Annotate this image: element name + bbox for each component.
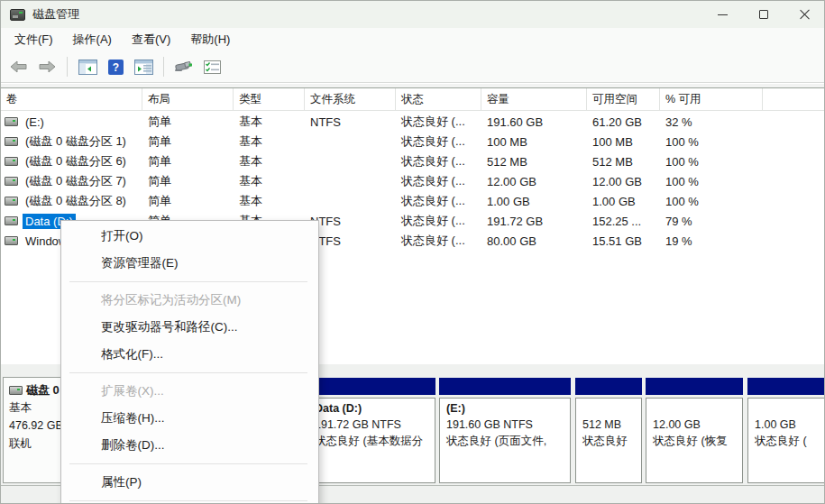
context-menu-item-8[interactable]: 压缩卷(H)... bbox=[61, 405, 318, 432]
partition-bar bbox=[439, 378, 571, 395]
column-header-name[interactable]: 卷 bbox=[1, 88, 142, 111]
table-row[interactable]: (E:)简单基本NTFS状态良好 (...191.60 GB61.20 GB32… bbox=[1, 112, 825, 132]
minimize-button[interactable] bbox=[701, 1, 743, 28]
context-menu-item-9[interactable]: 删除卷(D)... bbox=[61, 432, 318, 459]
window-controls bbox=[701, 1, 825, 28]
partition-block[interactable]: 1.00 GB状态良好 ( bbox=[747, 398, 825, 483]
cell-status: 状态良好 (... bbox=[396, 171, 481, 191]
cell-free: 512 MB bbox=[587, 151, 660, 171]
toolbar-separator bbox=[163, 57, 164, 77]
partition-block[interactable]: 12.00 GB状态良好 (恢复 bbox=[646, 398, 743, 483]
menubar-item-3[interactable]: 帮助(H) bbox=[180, 28, 240, 51]
context-menu-item-3: 将分区标记为活动分区(M) bbox=[61, 287, 318, 314]
table-row[interactable]: (磁盘 0 磁盘分区 7)简单基本状态良好 (...12.00 GB12.00 … bbox=[1, 171, 825, 191]
cell-type: 基本 bbox=[234, 191, 305, 211]
cell-capacity: 12.00 GB bbox=[481, 171, 587, 191]
volume-name-cell: (E:) bbox=[1, 112, 142, 132]
cell-pct: 100 % bbox=[660, 171, 763, 191]
cell-free: 100 MB bbox=[587, 132, 660, 151]
cell-capacity: 100 MB bbox=[481, 132, 587, 151]
cell-capacity: 80.00 GB bbox=[481, 231, 587, 251]
partition-bar bbox=[575, 378, 642, 395]
cell- bbox=[763, 132, 825, 151]
column-header-layout[interactable]: 布局 bbox=[142, 88, 234, 111]
table-row[interactable]: (磁盘 0 磁盘分区 6)简单基本状态良好 (...512 MB512 MB10… bbox=[1, 151, 825, 171]
close-icon bbox=[800, 9, 811, 20]
back-icon[interactable] bbox=[8, 55, 30, 78]
close-button[interactable] bbox=[784, 1, 825, 28]
volume-icon bbox=[5, 197, 18, 206]
volume-name-cell: (磁盘 0 磁盘分区 1) bbox=[1, 132, 142, 151]
column-header-capacity[interactable]: 容量 bbox=[481, 88, 587, 111]
volume-icon bbox=[5, 177, 18, 186]
partition-size: 191.60 GB NTFS bbox=[446, 418, 568, 435]
cell-capacity: 1.00 GB bbox=[481, 191, 587, 211]
disk-drive-icon bbox=[10, 9, 25, 21]
volume-icon bbox=[5, 157, 18, 166]
partition-block[interactable]: 512 MB状态良好 bbox=[575, 398, 642, 483]
cell-fs: NTFS bbox=[305, 112, 396, 132]
volume-label: (E:) bbox=[23, 115, 47, 130]
cell-free: 1.00 GB bbox=[587, 191, 660, 211]
context-menu-item-0[interactable]: 打开(O) bbox=[61, 223, 318, 250]
menubar-item-1[interactable]: 操作(A) bbox=[63, 28, 122, 51]
cell- bbox=[763, 151, 825, 171]
volume-label: (磁盘 0 磁盘分区 7) bbox=[23, 172, 129, 190]
partition-bar bbox=[307, 378, 435, 395]
column-header-free[interactable]: 可用空间 bbox=[587, 88, 660, 111]
toolbar: ? bbox=[1, 51, 825, 83]
volume-context-menu: 打开(O)资源管理器(E)将分区标记为活动分区(M)更改驱动器号和路径(C)..… bbox=[60, 220, 319, 504]
context-menu-item-11[interactable]: 属性(P) bbox=[61, 469, 318, 496]
action-pane-icon[interactable] bbox=[133, 55, 154, 78]
cell- bbox=[763, 112, 825, 132]
cell-fs bbox=[305, 191, 396, 211]
menubar-item-0[interactable]: 文件(F) bbox=[5, 28, 63, 51]
column-header-type[interactable]: 类型 bbox=[234, 88, 305, 111]
column-header-status[interactable]: 状态 bbox=[396, 88, 481, 111]
toolbar-separator bbox=[67, 57, 68, 77]
column-header-fs[interactable]: 文件系统 bbox=[305, 88, 396, 111]
checklist-icon[interactable] bbox=[201, 55, 223, 78]
partition-status: 状态良好 ( bbox=[755, 434, 825, 450]
properties-icon[interactable] bbox=[173, 55, 195, 78]
cell- bbox=[763, 231, 825, 251]
cell-layout: 简单 bbox=[142, 151, 234, 171]
cell-pct: 32 % bbox=[660, 112, 763, 132]
console-tree-icon[interactable] bbox=[77, 55, 98, 78]
cell-layout: 简单 bbox=[142, 112, 234, 132]
volume-icon bbox=[5, 216, 18, 225]
partition-block[interactable]: Data (D:)191.72 GB NTFS状态良好 (基本数据分 bbox=[307, 398, 435, 483]
volume-name-cell: (磁盘 0 磁盘分区 6) bbox=[1, 151, 142, 171]
menu-bar: 文件(F)操作(A)查看(V)帮助(H) bbox=[1, 28, 825, 51]
disk-management-window: 磁盘管理 文件(F)操作(A)查看(V)帮助(H) bbox=[0, 0, 825, 504]
column-header-pct[interactable]: % 可用 bbox=[660, 88, 763, 111]
column-header-blank[interactable] bbox=[763, 88, 825, 111]
cell-free: 152.25 ... bbox=[587, 211, 660, 231]
partition-status: 状态良好 (基本数据分 bbox=[315, 434, 433, 450]
volume-label: (磁盘 0 磁盘分区 1) bbox=[23, 133, 129, 151]
context-menu-item-4[interactable]: 更改驱动器号和路径(C)... bbox=[61, 314, 318, 341]
maximize-icon bbox=[759, 10, 768, 19]
cell-status: 状态良好 (... bbox=[396, 191, 481, 211]
partition-size: 1.00 GB bbox=[755, 418, 825, 435]
partition-status: 状态良好 (页面文件, bbox=[446, 434, 568, 450]
forward-icon[interactable] bbox=[36, 55, 58, 78]
table-row[interactable]: (磁盘 0 磁盘分区 8)简单基本状态良好 (...1.00 GB1.00 GB… bbox=[1, 191, 825, 211]
context-menu-item-1[interactable]: 资源管理器(E) bbox=[61, 250, 318, 277]
partition-bar bbox=[747, 378, 825, 395]
help-icon[interactable]: ? bbox=[105, 55, 126, 78]
window-title: 磁盘管理 bbox=[32, 6, 79, 23]
cell-status: 状态良好 (... bbox=[396, 112, 481, 132]
context-menu-item-5[interactable]: 格式化(F)... bbox=[61, 341, 318, 368]
cell-capacity: 191.72 GB bbox=[481, 211, 587, 231]
volume-icon bbox=[5, 117, 18, 126]
partition-block[interactable]: (E:)191.60 GB NTFS状态良好 (页面文件, bbox=[439, 398, 571, 483]
cell-type: 基本 bbox=[234, 132, 305, 151]
table-row[interactable]: (磁盘 0 磁盘分区 1)简单基本状态良好 (...100 MB100 MB10… bbox=[1, 132, 825, 151]
partition-size: 512 MB bbox=[582, 418, 639, 435]
maximize-button[interactable] bbox=[743, 1, 784, 28]
cell-type: 基本 bbox=[234, 112, 305, 132]
menubar-item-2[interactable]: 查看(V) bbox=[122, 28, 180, 51]
cell-pct: 100 % bbox=[660, 132, 763, 151]
cell-fs bbox=[305, 151, 396, 171]
